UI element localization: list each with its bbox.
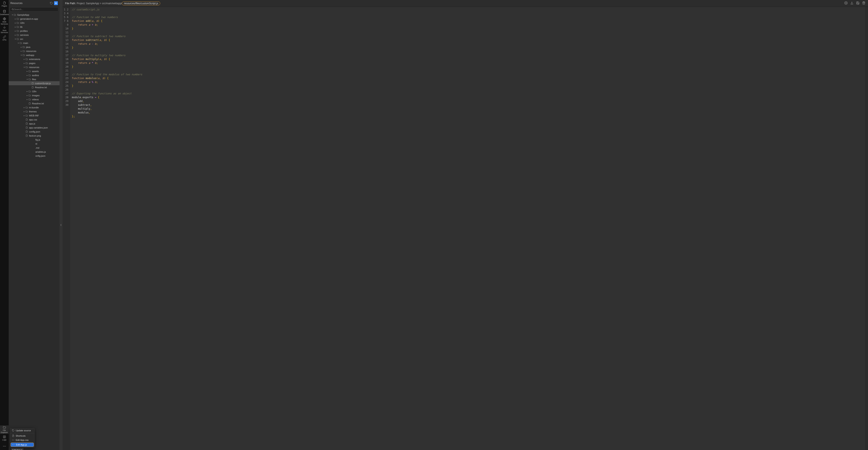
- file-tree: ▾SampleApp▸generated-m-app▸i18n▸lib▸prof…: [9, 12, 60, 450]
- rail-pages[interactable]: Pages: [0, 0, 9, 8]
- tree-item[interactable]: onfig.json: [9, 154, 60, 158]
- tree-folder[interactable]: ▸assets: [9, 69, 60, 73]
- tree-folder[interactable]: ▾files: [9, 77, 60, 81]
- refresh-button[interactable]: [50, 2, 53, 5]
- menu-item-label: Shortcuts: [16, 434, 25, 437]
- settings-icon[interactable]: [844, 1, 848, 5]
- tree-label: extensions: [29, 58, 40, 60]
- file-icon: [25, 126, 28, 129]
- search-box[interactable]: [10, 7, 58, 11]
- tree-folder[interactable]: ▸java: [9, 45, 60, 49]
- file-icon: [25, 122, 28, 125]
- delete-icon[interactable]: [862, 1, 865, 5]
- tree-folder[interactable]: ▸pages: [9, 61, 60, 65]
- folder-icon: [16, 22, 19, 24]
- tree-folder[interactable]: ▸audios: [9, 73, 60, 77]
- tree-label: profiles: [20, 30, 28, 32]
- tree-folder[interactable]: ▾resources: [9, 65, 60, 69]
- tree-folder[interactable]: ▸extensions: [9, 57, 60, 61]
- tree-label: themes: [29, 110, 37, 113]
- tree-label: Readme.txt: [32, 102, 44, 105]
- menu-item-label: Edit App.js: [16, 443, 27, 446]
- tree-folder[interactable]: ▸resources: [9, 49, 60, 53]
- tree-file[interactable]: app.variables.json: [9, 125, 60, 129]
- file-icon: [25, 130, 28, 133]
- menu-item-label: Edit App.css: [16, 439, 29, 441]
- rail-apis[interactable]: APIs: [0, 34, 9, 42]
- path-label: File Path:: [65, 2, 76, 5]
- collapse-explorer-button[interactable]: [60, 0, 63, 450]
- tree-item[interactable]: nl: [9, 142, 60, 146]
- left-rail: PagesDatabasesWebServicesJavaServicesAPI…: [0, 0, 9, 450]
- tree-label: resources: [26, 50, 36, 52]
- tree-label: app.variables.json: [29, 126, 48, 129]
- rail-logs[interactable]: Logs: [0, 434, 9, 442]
- rail-java-services[interactable]: JavaServices: [0, 25, 9, 34]
- more-menu-button[interactable]: [0, 442, 9, 450]
- tooltip: Edit App.js: [11, 448, 24, 450]
- tree-label: Readme.txt: [35, 86, 47, 89]
- tree-label: images: [32, 94, 39, 97]
- tree-folder[interactable]: ▸videos: [9, 97, 60, 101]
- tree-file[interactable]: favicon.png: [9, 133, 60, 138]
- tree-folder[interactable]: ▸lib: [9, 25, 60, 29]
- download-icon[interactable]: [850, 1, 854, 5]
- tree-file[interactable]: Readme.txt: [9, 85, 60, 89]
- folder-icon: [22, 50, 25, 52]
- tree-label: pages: [29, 62, 35, 64]
- tree-folder[interactable]: ▸i18n: [9, 21, 60, 25]
- save-icon[interactable]: [856, 1, 860, 5]
- folder-icon: [16, 26, 19, 28]
- tree-item[interactable]: ariables.js: [9, 150, 60, 154]
- tree-folder[interactable]: ▸generated-m-app: [9, 17, 60, 21]
- rail-web-services[interactable]: WebServices: [0, 17, 9, 25]
- folder-icon: [28, 78, 31, 81]
- tree-label: resources: [29, 66, 39, 68]
- tree-label: app.js: [29, 122, 35, 125]
- folder-icon: [22, 46, 25, 48]
- tree-label: services: [20, 34, 29, 36]
- tree-file[interactable]: customScript.js: [9, 81, 60, 85]
- tree-file[interactable]: app.js: [9, 121, 60, 125]
- tree-label: i18n: [20, 22, 25, 24]
- rail-file-explorer[interactable]: FileExplorer: [0, 425, 9, 434]
- tree-folder[interactable]: ▸i18n: [9, 89, 60, 93]
- menu-item[interactable]: Edit App.js: [10, 443, 34, 447]
- tree-folder[interactable]: ▸WEB-INF: [9, 114, 60, 118]
- file-icon: [31, 86, 34, 89]
- tree-folder[interactable]: ▾SampleApp: [9, 13, 60, 17]
- rail-databases[interactable]: Databases: [0, 8, 9, 17]
- menu-item[interactable]: Update source: [10, 428, 34, 432]
- menu-item[interactable]: Edit App.css: [10, 438, 34, 442]
- tree-item[interactable]: fig.js: [9, 138, 60, 142]
- folder-icon: [13, 13, 16, 16]
- svg-point-5: [5, 446, 6, 446]
- code-editor[interactable]: // customScript.js // Function to add tw…: [70, 7, 865, 450]
- tree-folder[interactable]: ▾main: [9, 41, 60, 45]
- tree-label: generated-m-app: [20, 18, 38, 20]
- tree-file[interactable]: config.json: [9, 129, 60, 133]
- tree-file[interactable]: app.css: [9, 118, 60, 121]
- tree-folder[interactable]: ▾webapp: [9, 53, 60, 57]
- folder-icon: [25, 114, 28, 117]
- search-input[interactable]: [14, 8, 57, 10]
- tree-label: assets: [32, 70, 39, 72]
- tree-folder[interactable]: ▸services: [9, 33, 60, 37]
- tree-label: app.css: [29, 118, 37, 121]
- menu-item[interactable]: Shortcuts: [10, 434, 34, 438]
- tree-folder[interactable]: ▸themes: [9, 110, 60, 114]
- folder-icon: [16, 38, 19, 40]
- tree-folder[interactable]: ▸images: [9, 93, 60, 97]
- tree-label: main: [23, 42, 28, 44]
- tree-folder[interactable]: ▾src: [9, 37, 60, 41]
- tree-item[interactable]: .md: [9, 146, 60, 150]
- tree-folder[interactable]: ▸m-bundle: [9, 106, 60, 110]
- tree-file[interactable]: Readme.txt: [9, 101, 60, 106]
- file-icon: [31, 82, 34, 85]
- editor-actions: [844, 1, 865, 5]
- folder-icon: [25, 106, 28, 109]
- tree-folder[interactable]: ▸profiles: [9, 29, 60, 33]
- folder-icon: [25, 110, 28, 113]
- add-resource-button[interactable]: +: [54, 1, 58, 5]
- breadcrumb: File Path: Project: SampleApp > src/main…: [63, 0, 868, 7]
